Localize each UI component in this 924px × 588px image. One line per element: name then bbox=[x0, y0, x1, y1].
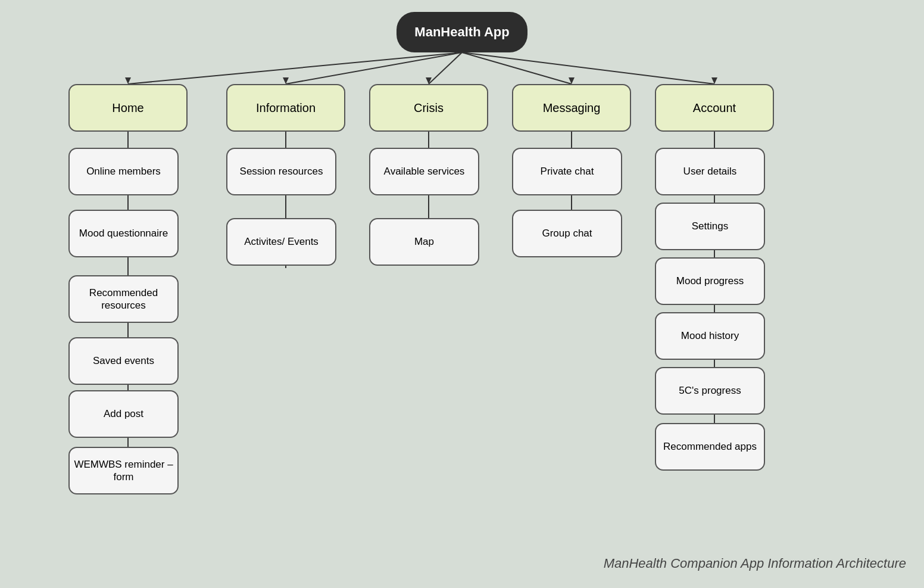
user-details-label: User details bbox=[683, 165, 737, 178]
rec-apps-label: Recommended apps bbox=[663, 440, 757, 453]
svg-line-1 bbox=[286, 52, 462, 84]
svg-line-4 bbox=[462, 52, 714, 84]
add-post-label: Add post bbox=[104, 407, 143, 420]
diagram-container: ManHealth App Home Information Crisis Me… bbox=[0, 0, 924, 588]
node-add-post[interactable]: Add post bbox=[68, 390, 179, 438]
node-mood-history[interactable]: Mood history bbox=[655, 312, 765, 360]
home-label: Home bbox=[112, 101, 143, 116]
node-info[interactable]: Information bbox=[226, 84, 345, 132]
node-home[interactable]: Home bbox=[68, 84, 188, 132]
private-chat-label: Private chat bbox=[541, 165, 594, 178]
node-mood-questionnaire[interactable]: Mood questionnaire bbox=[68, 210, 179, 257]
account-label: Account bbox=[693, 101, 736, 116]
node-activities-events[interactable]: Activites/ Events bbox=[226, 218, 336, 266]
crisis-label: Crisis bbox=[414, 101, 444, 116]
node-5cs-progress[interactable]: 5C's progress bbox=[655, 367, 765, 415]
node-available-services[interactable]: Available services bbox=[369, 148, 479, 195]
group-chat-label: Group chat bbox=[542, 227, 592, 239]
mood-history-label: Mood history bbox=[681, 329, 739, 342]
node-recommended-resources[interactable]: Recommended resources bbox=[68, 275, 179, 323]
svg-marker-30 bbox=[426, 77, 432, 84]
mood-progress-label: Mood progress bbox=[676, 275, 744, 287]
settings-label: Settings bbox=[692, 220, 728, 232]
node-user-details[interactable]: User details bbox=[655, 148, 765, 195]
node-recommended-apps[interactable]: Recommended apps bbox=[655, 423, 765, 471]
5cs-progress-label: 5C's progress bbox=[679, 384, 741, 397]
node-crisis[interactable]: Crisis bbox=[369, 84, 488, 132]
svg-line-2 bbox=[429, 52, 462, 84]
watermark: ManHealth Companion App Information Arch… bbox=[604, 556, 906, 571]
info-label: Information bbox=[256, 101, 316, 116]
node-map[interactable]: Map bbox=[369, 218, 479, 266]
svg-marker-32 bbox=[711, 77, 717, 84]
node-account[interactable]: Account bbox=[655, 84, 774, 132]
node-online-members[interactable]: Online members bbox=[68, 148, 179, 195]
node-group-chat[interactable]: Group chat bbox=[512, 210, 622, 257]
svg-line-3 bbox=[462, 52, 572, 84]
root-label: ManHealth App bbox=[414, 24, 509, 41]
svg-line-0 bbox=[128, 52, 462, 84]
node-messaging[interactable]: Messaging bbox=[512, 84, 631, 132]
node-private-chat[interactable]: Private chat bbox=[512, 148, 622, 195]
online-members-label: Online members bbox=[86, 165, 161, 178]
session-resources-label: Session resources bbox=[240, 165, 323, 178]
node-session-resources[interactable]: Session resources bbox=[226, 148, 336, 195]
svg-marker-31 bbox=[569, 77, 575, 84]
node-settings[interactable]: Settings bbox=[655, 203, 765, 250]
saved-events-label: Saved events bbox=[93, 354, 154, 367]
map-label: Map bbox=[414, 235, 434, 248]
svg-marker-28 bbox=[125, 77, 131, 84]
rec-resources-label: Recommended resources bbox=[70, 287, 177, 312]
root-node: ManHealth App bbox=[397, 12, 527, 52]
node-mood-progress[interactable]: Mood progress bbox=[655, 257, 765, 305]
node-wemwbs[interactable]: WEMWBS reminder – form bbox=[68, 447, 179, 494]
svg-marker-29 bbox=[283, 77, 289, 84]
activities-events-label: Activites/ Events bbox=[244, 235, 319, 248]
messaging-label: Messaging bbox=[543, 101, 601, 116]
node-saved-events[interactable]: Saved events bbox=[68, 337, 179, 385]
available-services-label: Available services bbox=[384, 165, 465, 178]
mood-q-label: Mood questionnaire bbox=[79, 227, 168, 239]
wemwbs-label: WEMWBS reminder – form bbox=[70, 458, 177, 484]
